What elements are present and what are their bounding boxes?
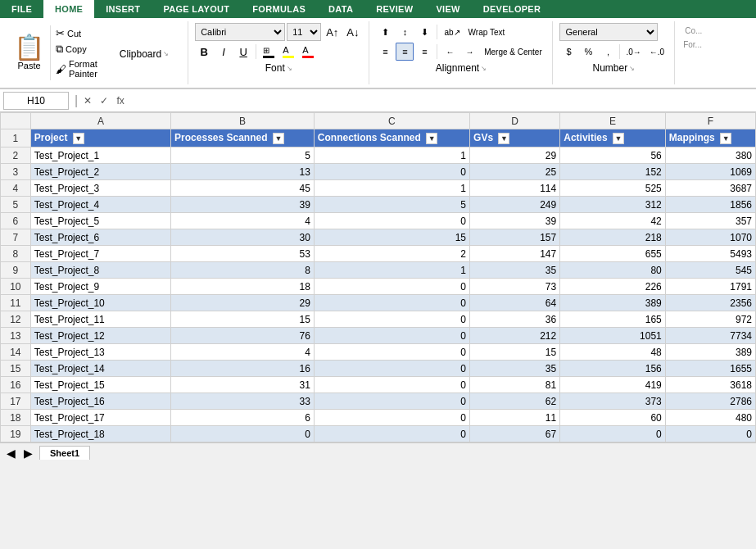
table-cell[interactable]: 1069 bbox=[665, 164, 755, 180]
tab-view[interactable]: VIEW bbox=[424, 0, 471, 18]
table-cell[interactable]: 16 bbox=[171, 361, 315, 377]
table-cell[interactable]: 312 bbox=[560, 197, 666, 213]
table-cell[interactable]: 212 bbox=[470, 328, 560, 344]
confirm-formula-button[interactable]: ✓ bbox=[97, 93, 111, 108]
col-header-C[interactable]: C bbox=[314, 113, 469, 129]
decrease-font-button[interactable]: A↓ bbox=[343, 23, 362, 41]
orientation-button[interactable]: ab↗ bbox=[441, 23, 463, 41]
merge-center-button[interactable]: Merge & Center bbox=[480, 43, 545, 61]
borders-button[interactable]: ⊞ bbox=[260, 43, 278, 61]
table-cell[interactable]: 35 bbox=[470, 262, 560, 279]
filter-project-button[interactable]: ▼ bbox=[73, 133, 84, 144]
table-cell[interactable]: 0 bbox=[314, 295, 469, 311]
table-cell[interactable]: 1051 bbox=[560, 328, 666, 344]
table-cell[interactable]: 29 bbox=[470, 147, 560, 164]
table-cell[interactable]: Test_Project_11 bbox=[30, 311, 170, 328]
filter-gvs-button[interactable]: ▼ bbox=[498, 133, 509, 144]
tab-data[interactable]: DATA bbox=[317, 0, 364, 18]
table-cell[interactable]: 380 bbox=[665, 147, 755, 164]
table-cell[interactable]: 156 bbox=[560, 361, 666, 377]
table-cell[interactable]: 218 bbox=[560, 229, 666, 246]
table-cell[interactable]: Test_Project_12 bbox=[30, 328, 170, 344]
table-cell[interactable]: 35 bbox=[470, 361, 560, 377]
tab-developer[interactable]: DEVELOPER bbox=[472, 0, 553, 18]
table-cell[interactable]: Test_Project_13 bbox=[30, 344, 170, 361]
table-cell[interactable]: 2356 bbox=[665, 295, 755, 311]
currency-button[interactable]: $ bbox=[559, 43, 577, 61]
number-format-select[interactable]: General bbox=[559, 23, 658, 41]
table-cell[interactable]: Test_Project_1 bbox=[30, 147, 170, 164]
table-cell[interactable]: 0 bbox=[171, 426, 315, 442]
table-cell[interactable]: 0 bbox=[314, 344, 469, 361]
table-cell[interactable]: 357 bbox=[665, 213, 755, 229]
bold-button[interactable]: B bbox=[195, 43, 213, 61]
table-cell[interactable]: 31 bbox=[171, 377, 315, 393]
table-cell[interactable]: 62 bbox=[470, 393, 560, 410]
table-cell[interactable]: 60 bbox=[560, 410, 666, 426]
table-cell[interactable]: 545 bbox=[665, 262, 755, 279]
table-cell[interactable]: 39 bbox=[171, 197, 315, 213]
table-cell[interactable]: 13 bbox=[171, 164, 315, 180]
table-cell[interactable]: Test_Project_16 bbox=[30, 393, 170, 410]
table-cell[interactable]: 76 bbox=[171, 328, 315, 344]
table-cell[interactable]: 0 bbox=[314, 279, 469, 295]
increase-font-button[interactable]: A↑ bbox=[323, 23, 342, 41]
tab-formulas[interactable]: FORMULAS bbox=[241, 0, 317, 18]
col-header-F[interactable]: F bbox=[665, 113, 755, 129]
align-left-button[interactable]: ≡ bbox=[376, 43, 394, 61]
font-size-select[interactable]: 11 bbox=[287, 23, 321, 41]
table-cell[interactable]: 480 bbox=[665, 410, 755, 426]
sheet-tab-sheet1[interactable]: Sheet1 bbox=[39, 446, 90, 460]
table-cell[interactable]: 389 bbox=[560, 295, 666, 311]
table-cell[interactable]: 1 bbox=[314, 147, 469, 164]
filter-processes-button[interactable]: ▼ bbox=[273, 133, 284, 144]
table-cell[interactable]: Test_Project_15 bbox=[30, 377, 170, 393]
table-cell[interactable]: 36 bbox=[470, 311, 560, 328]
col-header-A[interactable]: A bbox=[30, 113, 170, 129]
table-cell[interactable]: 1 bbox=[314, 262, 469, 279]
table-cell[interactable]: 8 bbox=[171, 262, 315, 279]
prev-sheet-button[interactable]: ◀ bbox=[3, 447, 19, 460]
col-header-E[interactable]: E bbox=[560, 113, 666, 129]
table-cell[interactable]: 56 bbox=[560, 147, 666, 164]
table-cell[interactable]: 1791 bbox=[665, 279, 755, 295]
paste-button[interactable]: 📋 Paste bbox=[8, 25, 51, 80]
tab-page-layout[interactable]: PAGE LAYOUT bbox=[152, 0, 241, 18]
table-cell[interactable]: 373 bbox=[560, 393, 666, 410]
table-cell[interactable]: 33 bbox=[171, 393, 315, 410]
clipboard-expand-icon[interactable]: ↘ bbox=[163, 50, 169, 57]
table-cell[interactable]: 53 bbox=[171, 246, 315, 262]
tab-review[interactable]: REVIEW bbox=[364, 0, 424, 18]
align-bottom-button[interactable]: ⬇ bbox=[415, 23, 433, 41]
table-cell[interactable]: 6 bbox=[171, 410, 315, 426]
table-cell[interactable]: 0 bbox=[314, 213, 469, 229]
table-cell[interactable]: 0 bbox=[665, 426, 755, 442]
table-cell[interactable]: 655 bbox=[560, 246, 666, 262]
table-cell[interactable]: 3618 bbox=[665, 377, 755, 393]
table-cell[interactable]: Test_Project_4 bbox=[30, 197, 170, 213]
table-cell[interactable]: 972 bbox=[665, 311, 755, 328]
table-cell[interactable]: 165 bbox=[560, 311, 666, 328]
font-name-select[interactable]: Calibri bbox=[195, 23, 285, 41]
table-cell[interactable]: 15 bbox=[171, 311, 315, 328]
table-cell[interactable]: 11 bbox=[470, 410, 560, 426]
table-cell[interactable]: Test_Project_17 bbox=[30, 410, 170, 426]
table-cell[interactable]: 5 bbox=[314, 197, 469, 213]
tab-insert[interactable]: INSERT bbox=[94, 0, 152, 18]
align-middle-button[interactable]: ↕ bbox=[396, 23, 414, 41]
table-cell[interactable]: 4 bbox=[171, 213, 315, 229]
table-cell[interactable]: 147 bbox=[470, 246, 560, 262]
table-cell[interactable]: 81 bbox=[470, 377, 560, 393]
decrease-indent-button[interactable]: ← bbox=[441, 43, 459, 61]
font-color-button[interactable]: A bbox=[299, 43, 317, 61]
filter-connections-button[interactable]: ▼ bbox=[426, 133, 437, 144]
table-cell[interactable]: 0 bbox=[314, 426, 469, 442]
table-cell[interactable]: 42 bbox=[560, 213, 666, 229]
table-cell[interactable]: 73 bbox=[470, 279, 560, 295]
table-cell[interactable]: 2786 bbox=[665, 393, 755, 410]
table-cell[interactable]: Test_Project_9 bbox=[30, 279, 170, 295]
decrease-decimal-button[interactable]: ←.0 bbox=[646, 43, 668, 61]
align-center-button[interactable]: ≡ bbox=[396, 43, 414, 61]
align-top-button[interactable]: ⬆ bbox=[376, 23, 394, 41]
cancel-formula-button[interactable]: ✕ bbox=[80, 93, 95, 108]
